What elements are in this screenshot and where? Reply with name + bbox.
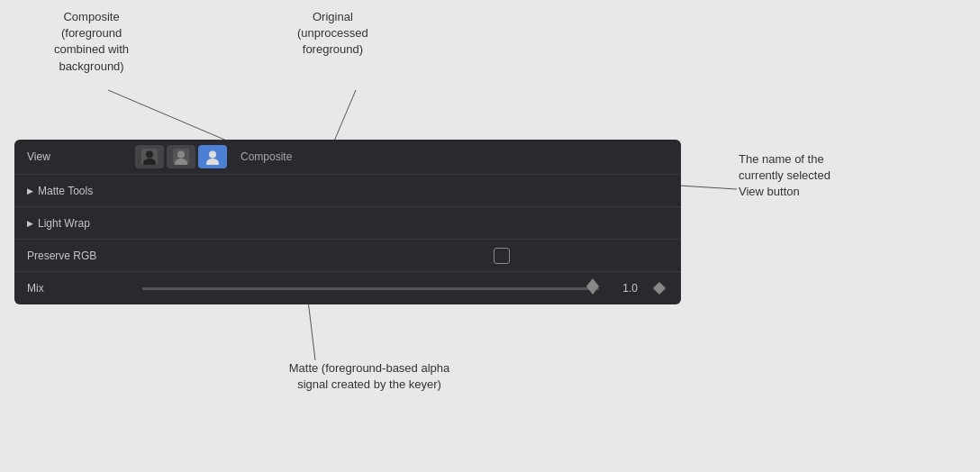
preserve-rgb-row: Preserve RGB (14, 240, 681, 272)
light-wrap-label: Light Wrap (38, 217, 90, 230)
composite-label: Composite (240, 150, 292, 163)
name-label-line1: The name of the (739, 151, 919, 168)
matte-annotation: Matte (foreground-based alpha signal cre… (261, 360, 477, 393)
composite-annotation-desc2: combined with (54, 41, 129, 58)
view-row: View (14, 140, 681, 175)
preserve-rgb-checkbox-area (379, 248, 623, 264)
svg-point-11 (209, 151, 216, 159)
view-button-matte[interactable] (135, 145, 164, 168)
composite-annotation-desc3: background) (54, 59, 129, 75)
matte-tools-arrow-icon: ▶ (27, 186, 33, 195)
view-label: View (27, 150, 135, 163)
light-wrap-arrow-icon: ▶ (27, 219, 33, 228)
preserve-rgb-label: Preserve RGB (27, 250, 135, 262)
svg-marker-13 (586, 278, 599, 295)
mix-slider-track (142, 287, 599, 290)
original-annotation-desc1: (unprocessed (297, 25, 368, 41)
original-annotation-desc2: foreground) (297, 41, 368, 58)
name-label-annotation: The name of the currently selected View … (739, 151, 919, 201)
composite-annotation-desc1: (foreground (54, 25, 129, 41)
view-button-composite[interactable] (198, 145, 227, 168)
matte-tools-row[interactable]: ▶ Matte Tools (14, 175, 681, 207)
view-button-original[interactable] (167, 145, 195, 168)
mix-label: Mix (27, 282, 135, 295)
mix-row: Mix 1.0 (14, 272, 681, 304)
light-wrap-row[interactable]: ▶ Light Wrap (14, 207, 681, 240)
keyer-panel: View (14, 140, 681, 304)
svg-point-8 (177, 151, 185, 159)
preserve-rgb-checkbox[interactable] (494, 248, 510, 264)
original-annotation-title: Original (297, 9, 368, 25)
name-label-line3: View button (739, 184, 919, 200)
composite-annotation: Composite (foreground combined with back… (54, 9, 129, 75)
mix-slider-container (142, 279, 599, 297)
mix-value-display: 1.0 (606, 282, 638, 295)
name-label-line2: currently selected (739, 168, 919, 184)
composite-annotation-title: Composite (54, 9, 129, 25)
matte-line2: signal created by the keyer) (261, 377, 477, 393)
mix-slider-fill (142, 287, 599, 290)
mix-keyframe-button[interactable] (653, 282, 666, 295)
matte-tools-label-group: ▶ Matte Tools (27, 185, 135, 197)
mix-slider-thumb[interactable] (586, 278, 599, 298)
matte-line1: Matte (foreground-based alpha (261, 360, 477, 377)
view-buttons-group: Composite (135, 145, 668, 168)
svg-point-5 (146, 151, 153, 159)
matte-tools-label: Matte Tools (38, 185, 93, 197)
original-annotation: Original (unprocessed foreground) (297, 9, 368, 59)
light-wrap-label-group: ▶ Light Wrap (27, 217, 135, 230)
